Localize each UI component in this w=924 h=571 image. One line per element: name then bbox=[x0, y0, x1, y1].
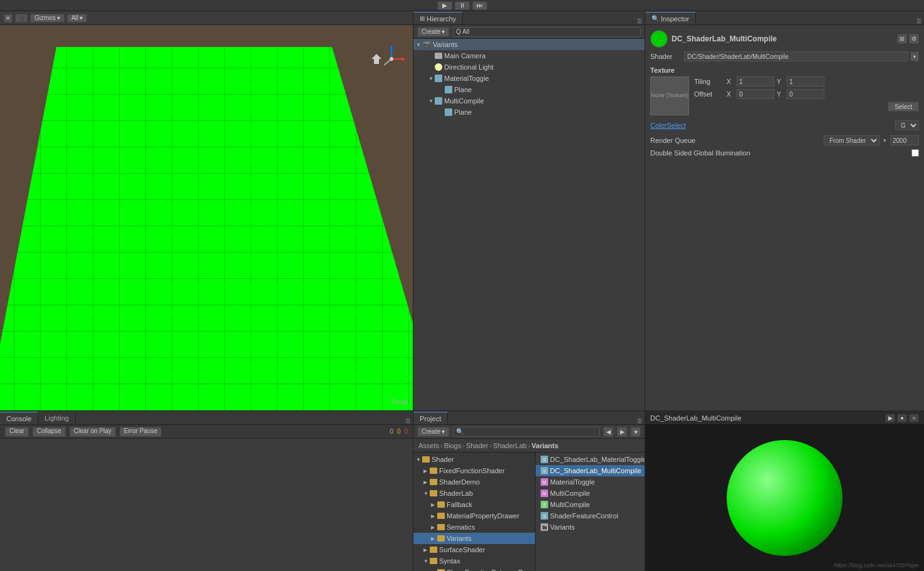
inspector-options-menu[interactable]: ☰ bbox=[916, 18, 921, 24]
tree-sematics[interactable]: ▶ Sematics bbox=[413, 521, 535, 533]
play-button[interactable]: ▶ bbox=[437, 1, 452, 10]
scene-view-icon[interactable]: 🎥 bbox=[15, 14, 28, 23]
bottom-left-tabs: Console Lighting ☰ bbox=[0, 411, 413, 425]
double-sided-row: Double Sided Global Illumination bbox=[650, 149, 919, 157]
inspector-content: DC_ShaderLab_MultiCompile ⊞ ⚙ Shader DC/… bbox=[645, 25, 924, 411]
folder-icon-ss bbox=[430, 547, 437, 553]
project-nav-forward[interactable]: ▶ bbox=[617, 427, 627, 437]
color-select-row: ColorSelect G bbox=[650, 120, 919, 130]
shader-path-field[interactable]: DC/Shader/ShaderLab/MultiCompile bbox=[684, 51, 908, 61]
folder-icon-sl bbox=[430, 490, 437, 496]
console-counts: 0 0 0 bbox=[390, 428, 408, 435]
file-variants-scene[interactable]: 🎬 Variants bbox=[536, 521, 645, 533]
tiling-y-input[interactable] bbox=[787, 76, 824, 86]
shader-dropdown-btn[interactable]: ▾ bbox=[910, 51, 919, 61]
color-value-select[interactable]: G bbox=[895, 120, 919, 130]
hierarchy-item-light[interactable]: Directional Light bbox=[413, 61, 645, 73]
offset-label: Offset bbox=[694, 90, 724, 98]
offset-y-input[interactable] bbox=[787, 89, 824, 99]
hierarchy-item-plane2[interactable]: Plane bbox=[413, 107, 645, 118]
tree-sharefunc[interactable]: ▶ ShareFunctionBetweenPa bbox=[413, 567, 535, 571]
preview-dot-btn[interactable]: ● bbox=[897, 414, 907, 422]
hierarchy-tab[interactable]: ⊞ Hierarchy bbox=[413, 12, 463, 24]
project-content: ▼ Shader ▶ FixedFunctionShader ▶ ShaderD… bbox=[413, 453, 645, 571]
project-filter-btn[interactable]: ★ bbox=[631, 427, 641, 437]
project-tab[interactable]: Project bbox=[413, 412, 448, 424]
preview-play-btn[interactable]: ▶ bbox=[885, 414, 895, 422]
clear-button[interactable]: Clear bbox=[5, 427, 29, 437]
render-queue-dropdown[interactable]: From Shader bbox=[824, 135, 880, 145]
console-count-2: 0 bbox=[404, 428, 408, 435]
clear-on-play-button[interactable]: Clear on Play bbox=[70, 427, 116, 437]
camera-pivot bbox=[370, 53, 383, 65]
file-multicompile-selected[interactable]: S DC_ShaderLab_MultiCompile bbox=[536, 465, 645, 476]
color-select-label[interactable]: ColorSelect bbox=[650, 122, 686, 129]
hierarchy-item-variants[interactable]: ▼ 🎬 Variants bbox=[413, 39, 645, 50]
collapse-button[interactable]: Collapse bbox=[33, 427, 66, 437]
bottom-left-menu[interactable]: ☰ bbox=[405, 418, 410, 424]
right-column: 🔍 Inspector ☰ DC_ShaderLab_MultiCompile … bbox=[645, 11, 924, 571]
tree-matprop[interactable]: ▶ MaterialPropertyDrawer bbox=[413, 510, 535, 521]
tree-shader[interactable]: ▼ Shader bbox=[413, 454, 535, 465]
hierarchy-create-button[interactable]: Create▾ bbox=[417, 27, 449, 37]
tree-shaderdemo[interactable]: ▶ ShaderDemo bbox=[413, 476, 535, 488]
file-multicompile-mat[interactable]: M MultiCompile bbox=[536, 488, 645, 499]
inspector-gear-icon[interactable]: ⚙ bbox=[909, 34, 919, 44]
file-shaderfeature[interactable]: S ShaderFeatureControl bbox=[536, 510, 645, 521]
project-create-button[interactable]: Create▾ bbox=[417, 427, 449, 437]
file-mattoggle-mat[interactable]: M MaterialToggle bbox=[536, 476, 645, 488]
select-button[interactable]: Select bbox=[888, 102, 919, 112]
tiling-x-input[interactable] bbox=[737, 76, 774, 86]
hierarchy-item-materialtoggle[interactable]: ▼ MaterialToggle bbox=[413, 73, 645, 84]
scene-icon: 🎬 bbox=[422, 41, 431, 48]
hierarchy-tab-label: Hierarchy bbox=[427, 15, 456, 23]
project-panel: Project ☰ Create▾ ◀ ▶ ★ Assets › Blogs bbox=[413, 411, 645, 571]
persp-dropdown[interactable]: All▾ bbox=[67, 14, 87, 23]
step-button[interactable]: ⏭ bbox=[472, 1, 487, 10]
tree-label-mp: MaterialPropertyDrawer bbox=[447, 512, 519, 520]
tree-variants[interactable]: ▶ Variants bbox=[413, 533, 535, 544]
file-multicompile-sh2[interactable]: S MultiCompile bbox=[536, 499, 645, 510]
tree-shaderlab[interactable]: ▼ ShaderLab bbox=[413, 488, 535, 499]
object-icon-mc bbox=[435, 97, 442, 105]
double-sided-checkbox[interactable] bbox=[911, 149, 919, 157]
offset-x-input[interactable] bbox=[737, 89, 774, 99]
texture-preview-box[interactable]: None (Texture) bbox=[650, 76, 689, 115]
breadcrumb-sep2: › bbox=[462, 442, 465, 449]
hierarchy-search-input[interactable] bbox=[453, 27, 641, 37]
tree-arrow-sl: ▼ bbox=[423, 491, 430, 496]
hierarchy-item-plane1[interactable]: Plane bbox=[413, 84, 645, 95]
gizmos-button[interactable]: Gizmos▾ bbox=[30, 14, 65, 23]
preview-sphere bbox=[727, 440, 843, 556]
tab-lighting[interactable]: Lighting bbox=[38, 412, 76, 424]
tree-fixedfunction[interactable]: ▶ FixedFunctionShader bbox=[413, 465, 535, 476]
double-sided-label: Double Sided Global Illumination bbox=[650, 149, 908, 157]
error-pause-button[interactable]: Error Pause bbox=[120, 427, 162, 437]
breadcrumb-sep3: › bbox=[489, 442, 492, 449]
inspector-tab-bar: 🔍 Inspector ☰ bbox=[645, 11, 924, 25]
project-options-menu[interactable]: ☰ bbox=[637, 418, 642, 424]
tree-label-shader: Shader bbox=[432, 456, 454, 463]
inspector-tab[interactable]: 🔍 Inspector bbox=[645, 12, 696, 24]
hierarchy-options-menu[interactable]: ☰ bbox=[637, 18, 642, 24]
tab-console[interactable]: Console bbox=[0, 412, 38, 424]
material-title: DC_ShaderLab_MultiCompile bbox=[672, 34, 777, 43]
scene-grid-overlay bbox=[0, 47, 413, 411]
object-icon-mt bbox=[435, 75, 442, 82]
texture-none-label: None (Texture) bbox=[651, 92, 688, 100]
hierarchy-arrow-materialtoggle: ▼ bbox=[428, 76, 435, 81]
hierarchy-item-multicompile[interactable]: ▼ MultiCompile bbox=[413, 95, 645, 107]
project-nav-back[interactable]: ◀ bbox=[603, 427, 613, 437]
hierarchy-item-main-camera[interactable]: Main Camera bbox=[413, 50, 645, 61]
scene-close-btn[interactable]: ✕ bbox=[4, 14, 13, 23]
inspector-layout-icon[interactable]: ⊞ bbox=[897, 34, 907, 44]
file-icon-mc-mat: M bbox=[541, 490, 548, 497]
tree-syntax[interactable]: ▼ Syntax bbox=[413, 555, 535, 567]
tree-fallback[interactable]: ▶ Fallback bbox=[413, 499, 535, 510]
pause-button[interactable]: ⏸ bbox=[455, 1, 470, 10]
preview-nav-btn[interactable]: » bbox=[909, 414, 919, 422]
project-search-input[interactable] bbox=[453, 427, 600, 437]
render-queue-value[interactable] bbox=[890, 135, 919, 145]
file-materialtoggle[interactable]: S DC_ShaderLab_MaterialToggle bbox=[536, 454, 645, 465]
tree-surfaceshader[interactable]: ▶ SurfaceShader bbox=[413, 544, 535, 555]
